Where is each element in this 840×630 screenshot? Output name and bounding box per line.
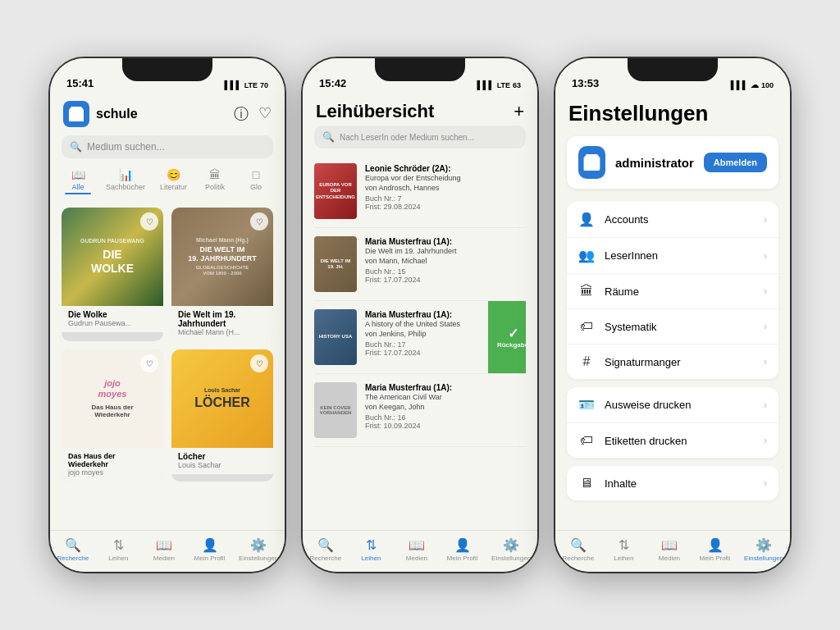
search-bar-1[interactable]: 🔍 Medium suchen... — [62, 135, 273, 158]
settings-list: 👤 Accounts › 👥 LeserInnen › 🏛 Räume › — [555, 202, 790, 530]
settings-title: Einstellungen — [568, 101, 708, 126]
book-card-2[interactable]: Michael Mann (Hg.) DIE WELT IM19. JAHRHU… — [171, 208, 273, 341]
signal-2: ▌▌▌ LTE 63 — [477, 80, 521, 89]
nav-profil-2[interactable]: 👤 Mein Profil — [446, 537, 479, 562]
phone-notch-2 — [375, 58, 465, 81]
nav-leihen-3[interactable]: ⇅ Leihen — [607, 537, 640, 562]
heart-btn-4[interactable]: ♡ — [250, 354, 268, 372]
bottom-nav-2: 🔍 Recherche ⇅ Leihen 📖 Medien 👤 Mein Pro… — [303, 530, 537, 572]
p2-title: Leihübersicht — [316, 101, 434, 122]
heart-icon[interactable]: ♡ — [258, 104, 272, 124]
settings-systematik[interactable]: 🏷 Systematik › — [567, 309, 778, 345]
settings-section-1: 👤 Accounts › 👥 LeserInnen › 🏛 Räume › — [567, 202, 778, 379]
heart-btn-1[interactable]: ♡ — [140, 212, 158, 231]
phone-3-content: Einstellungen administrator Abmelden 👤 A… — [555, 94, 790, 530]
inhalte-icon: 🖥 — [578, 476, 595, 491]
nav-einstellungen-1[interactable]: ⚙️ Einstellungen — [239, 537, 278, 562]
loan-details-4: Maria Musterfrau (1A): The American Civi… — [365, 382, 526, 438]
info-icon[interactable]: ⓘ — [234, 104, 249, 124]
nav-medien-1[interactable]: 📖 Medien — [148, 537, 180, 562]
heart-btn-2[interactable]: ♡ — [250, 212, 268, 231]
ausweise-label: Ausweise drucken — [605, 399, 754, 411]
settings-accounts[interactable]: 👤 Accounts › — [567, 202, 778, 238]
nav-einstellungen-2[interactable]: ⚙️ Einstellungen — [491, 537, 531, 562]
book-info-2: Die Welt im 19. Jahrhundert Michael Mann… — [171, 306, 273, 341]
leserinnen-chevron: › — [764, 250, 767, 262]
nav-leihen-2[interactable]: ⇅ Leihen — [354, 537, 387, 562]
book-card-3[interactable]: jojomoyes Das Haus derWiederkehr ♡ Das H… — [62, 349, 163, 482]
accounts-icon: 👤 — [578, 212, 595, 227]
return-action[interactable]: ✓ Rückgabe — [488, 301, 526, 373]
loan-item-3[interactable]: HISTORY USA Maria Musterfrau (1A): A his… — [314, 301, 526, 374]
book-card-4[interactable]: Louis Sachar LÖCHER ♡ Löcher Louis Sacha… — [171, 349, 273, 482]
nav-einstellungen-3[interactable]: ⚙️ Einstellungen — [744, 537, 783, 562]
search-icon-2: 🔍 — [322, 131, 335, 143]
nav-medien-2[interactable]: 📖 Medien — [400, 537, 433, 562]
time-2: 15:42 — [319, 77, 346, 89]
loan-item-1[interactable]: EUROPA VOR DER ENTSCHEIDUNG Leonie Schrö… — [314, 155, 526, 228]
settings-raeume[interactable]: 🏛 Räume › — [567, 274, 778, 309]
inhalte-chevron: › — [764, 477, 767, 489]
cat-sachbuecher[interactable]: 📊 Sachbücher — [99, 165, 152, 198]
settings-signaturmanger[interactable]: # Signaturmanger › — [567, 345, 778, 379]
nav-profil-3[interactable]: 👤 Mein Profil — [699, 537, 732, 562]
etiketten-icon: 🏷 — [578, 433, 595, 448]
time-1: 15:41 — [66, 77, 94, 89]
loan-thumb-3: HISTORY USA — [314, 309, 357, 365]
settings-ausweise[interactable]: 🪪 Ausweise drucken › — [567, 387, 778, 423]
phone-2-content: Leihübersicht + 🔍 Nach LeserIn oder Medi… — [303, 94, 537, 530]
phone-1-content: schule ⓘ ♡ 🔍 Medium suchen... 📖 Alle — [50, 94, 285, 530]
app-logo-1 — [63, 101, 89, 127]
leserinnen-icon: 👥 — [578, 248, 595, 263]
nav-recherche-1[interactable]: 🔍 Recherche — [57, 537, 89, 562]
phone-notch-3 — [628, 58, 718, 81]
add-loan-button[interactable]: + — [514, 101, 524, 122]
p2-header: Leihübersicht + — [303, 94, 537, 126]
phone-2: 15:42 ▌▌▌ LTE 63 Leihübersicht + 🔍 Nach … — [301, 57, 539, 573]
search-bar-2[interactable]: 🔍 Nach LeserIn oder Medium suchen... — [314, 126, 526, 148]
loan-item-2[interactable]: DIE WELT IM 19. JH. Maria Musterfrau (1A… — [314, 228, 526, 301]
settings-leserinnen[interactable]: 👥 LeserInnen › — [567, 238, 778, 274]
search-placeholder-2: Nach LeserIn oder Medium suchen... — [340, 133, 474, 142]
settings-section-3: 🖥 Inhalte › — [567, 466, 778, 500]
cat-literatur[interactable]: 😊 Literatur — [153, 165, 194, 198]
nav-recherche-3[interactable]: 🔍 Recherche — [562, 537, 595, 562]
signal-3: ▌▌▌ ☁ 100 — [731, 80, 774, 89]
book-grid: GUDRUN PAUSEWANG DIEWOLKE ♡ Die Wolke Gu… — [50, 203, 285, 486]
loan-details-2: Maria Musterfrau (1A): Die Welt im 19. J… — [365, 236, 526, 292]
accounts-chevron: › — [764, 214, 767, 226]
signal-1: ▌▌▌ LTE 70 — [224, 80, 268, 89]
loan-details-1: Leonie Schröder (2A): Europa vor der Ent… — [365, 163, 526, 219]
user-card: administrator Abmelden — [567, 136, 778, 189]
bottom-nav-1: 🔍 Recherche ⇅ Leihen 📖 Medien 👤 Mein Pro… — [50, 530, 285, 572]
settings-inhalte[interactable]: 🖥 Inhalte › — [567, 466, 778, 500]
book-info-1: Die Wolke Gudrun Pausewa... — [62, 306, 163, 332]
systematik-icon: 🏷 — [578, 319, 595, 334]
cat-politik[interactable]: 🏛 Politik — [195, 165, 235, 198]
nav-profil-1[interactable]: 👤 Mein Profil — [194, 537, 226, 562]
cat-alle[interactable]: 📖 Alle — [58, 165, 98, 198]
loan-item-4[interactable]: KEIN COVER VORHANDEN Maria Musterfrau (1… — [314, 374, 526, 447]
time-3: 13:53 — [572, 77, 599, 89]
loan-list: EUROPA VOR DER ENTSCHEIDUNG Leonie Schrö… — [303, 155, 537, 530]
search-placeholder-1: Medium suchen... — [87, 141, 165, 153]
inhalte-label: Inhalte — [605, 477, 754, 490]
app-name-1: schule — [96, 107, 227, 121]
p3-header: Einstellungen — [555, 94, 790, 136]
nav-medien-3[interactable]: 📖 Medien — [653, 537, 686, 562]
raeume-chevron: › — [764, 285, 767, 297]
p1-header-icons: ⓘ ♡ — [234, 104, 272, 124]
p1-header: schule ⓘ ♡ — [50, 94, 285, 132]
admin-avatar — [578, 146, 605, 179]
nav-recherche-2[interactable]: 🔍 Recherche — [309, 537, 342, 562]
heart-btn-3[interactable]: ♡ — [140, 354, 158, 372]
bottom-nav-3: 🔍 Recherche ⇅ Leihen 📖 Medien 👤 Mein Pro… — [555, 530, 790, 572]
leserinnen-label: LeserInnen — [605, 249, 754, 262]
book-card-1[interactable]: GUDRUN PAUSEWANG DIEWOLKE ♡ Die Wolke Gu… — [62, 208, 163, 341]
nav-leihen-1[interactable]: ⇅ Leihen — [102, 537, 135, 562]
settings-etiketten[interactable]: 🏷 Etiketten drucken › — [567, 423, 778, 458]
cat-glo[interactable]: □ Glo — [236, 165, 276, 198]
logout-button[interactable]: Abmelden — [704, 153, 767, 172]
category-tabs: 📖 Alle 📊 Sachbücher 😊 Literatur 🏛 Politi… — [50, 165, 285, 203]
systematik-label: Systematik — [605, 321, 754, 333]
